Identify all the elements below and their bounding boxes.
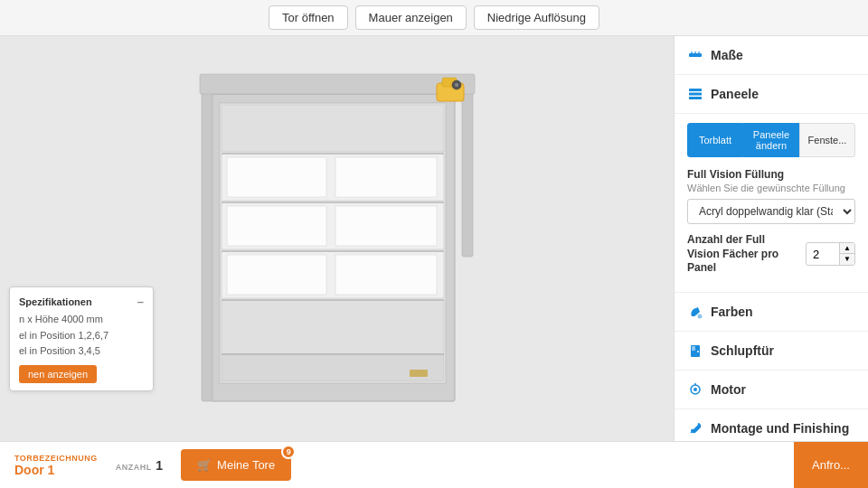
faecher-count-up[interactable]: ▲ xyxy=(840,243,854,254)
show-panels-button[interactable]: nen anzeigen xyxy=(19,365,97,383)
sidebar-section-montage[interactable]: Montage und Finishing xyxy=(675,409,868,441)
sidebar-section-paneele[interactable]: Paneele xyxy=(675,75,868,114)
svg-rect-11 xyxy=(335,255,437,295)
ruler-icon xyxy=(687,47,703,63)
svg-rect-16 xyxy=(200,74,475,94)
motor-icon xyxy=(687,381,703,398)
spec-line-2: el in Position 1,2,6,7 xyxy=(19,328,144,344)
specs-close-icon[interactable]: – xyxy=(137,295,144,308)
tab-fenster[interactable]: Fenste... xyxy=(799,123,855,157)
count-label: ANZAHL xyxy=(116,463,152,472)
cart-icon: 🛒 xyxy=(197,458,212,472)
sidebar-section-farben[interactable]: Farben xyxy=(675,293,868,332)
drawing-value: Door 1 xyxy=(14,463,98,477)
sidebar-masze-label: Maße xyxy=(711,48,743,62)
door-icon xyxy=(687,343,703,359)
tab-torblatt[interactable]: Torblatt xyxy=(687,123,743,157)
svg-rect-21 xyxy=(410,370,428,377)
tor-oeffnen-button[interactable]: Tor öffnen xyxy=(269,5,348,30)
right-sidebar: Maße Paneele Torblatt Paneele xyxy=(674,36,868,441)
full-vision-select[interactable]: Acryl doppelwandig klar (Standard) Acryl… xyxy=(687,199,855,224)
svg-rect-27 xyxy=(689,53,702,57)
meine-tore-label: Meine Tore xyxy=(217,458,275,472)
sidebar-paneele-label: Paneele xyxy=(711,87,759,101)
svg-point-20 xyxy=(455,83,458,87)
spec-line-3: el in Position 3,4,5 xyxy=(19,343,144,360)
bottom-bar: TORBEZEICHNUNG Door 1 ANZAHL 1 🛒 Meine T… xyxy=(0,441,868,488)
sidebar-section-motor[interactable]: Motor xyxy=(675,371,868,409)
svg-rect-7 xyxy=(227,206,326,246)
svg-rect-31 xyxy=(689,89,702,91)
mauer-anzeigen-button[interactable]: Mauer anzeigen xyxy=(355,5,467,30)
cart-badge: 9 xyxy=(281,445,296,459)
main-layout: Spezifikationen – n x Höhe 4000 mm el in… xyxy=(0,36,868,441)
meine-tore-button[interactable]: 🛒 Meine Tore 9 xyxy=(181,449,291,481)
anfrage-button[interactable]: Anfro... xyxy=(794,442,868,488)
faecher-count-input-wrap: 2 ▲ ▼ xyxy=(806,242,855,266)
svg-rect-36 xyxy=(692,346,695,351)
specs-title-label: Spezifikationen xyxy=(19,296,92,307)
count-info: ANZAHL 1 xyxy=(116,457,163,474)
svg-point-34 xyxy=(698,314,703,318)
tab-paneele-aendern[interactable]: Paneele ändern xyxy=(743,123,799,157)
svg-rect-5 xyxy=(335,157,437,197)
svg-rect-33 xyxy=(689,97,702,99)
svg-rect-13 xyxy=(222,354,444,381)
paneele-expanded-content: Torblatt Paneele ändern Fenste... Full V… xyxy=(675,114,868,293)
svg-rect-12 xyxy=(222,300,444,354)
faecher-count-input[interactable]: 2 xyxy=(807,245,839,264)
top-toolbar: Tor öffnen Mauer anzeigen Niedrige Auflö… xyxy=(0,0,868,36)
specs-panel: Spezifikationen – n x Höhe 4000 mm el in… xyxy=(9,286,154,391)
faecher-count-label: Anzahl der Full Vision Fächer pro Panel xyxy=(687,233,800,276)
panels-icon xyxy=(687,86,703,102)
door-viewport: Spezifikationen – n x Höhe 4000 mm el in… xyxy=(0,36,674,441)
full-vision-label: Full Vision Füllung xyxy=(687,168,855,181)
drawing-info: TORBEZEICHNUNG Door 1 xyxy=(14,454,98,477)
sidebar-section-masze[interactable]: Maße xyxy=(675,36,868,75)
svg-point-37 xyxy=(697,351,699,352)
svg-rect-14 xyxy=(202,76,212,401)
svg-rect-10 xyxy=(227,255,326,295)
paint-icon xyxy=(687,304,703,320)
niedrige-aufloesung-button[interactable]: Niedrige Auflösung xyxy=(474,5,599,30)
faecher-count-row: Anzahl der Full Vision Fächer pro Panel … xyxy=(687,233,855,276)
svg-rect-8 xyxy=(335,206,437,246)
faecher-count-spinners: ▲ ▼ xyxy=(839,243,854,265)
svg-rect-32 xyxy=(689,93,702,96)
sidebar-farben-label: Farben xyxy=(711,305,753,319)
sidebar-schlupftuer-label: Schlupftür xyxy=(711,343,774,358)
sidebar-montage-label: Montage und Finishing xyxy=(711,421,849,436)
sidebar-motor-label: Motor xyxy=(711,382,746,397)
svg-rect-15 xyxy=(462,76,473,257)
spec-line-1: n x Höhe 4000 mm xyxy=(19,312,144,328)
wrench-icon xyxy=(687,420,703,436)
paneele-tabs: Torblatt Paneele ändern Fenste... xyxy=(687,123,855,157)
full-vision-sublabel: Wählen Sie die gewünschte Füllung xyxy=(687,183,855,193)
svg-point-39 xyxy=(693,388,697,391)
count-value: 1 xyxy=(156,458,163,473)
svg-rect-2 xyxy=(222,105,444,152)
door-illustration xyxy=(193,67,482,410)
sidebar-section-schlupftuer[interactable]: Schlupftür xyxy=(675,332,868,371)
faecher-count-down[interactable]: ▼ xyxy=(840,254,854,265)
svg-rect-4 xyxy=(227,157,326,197)
drawing-label: TORBEZEICHNUNG xyxy=(14,454,98,463)
